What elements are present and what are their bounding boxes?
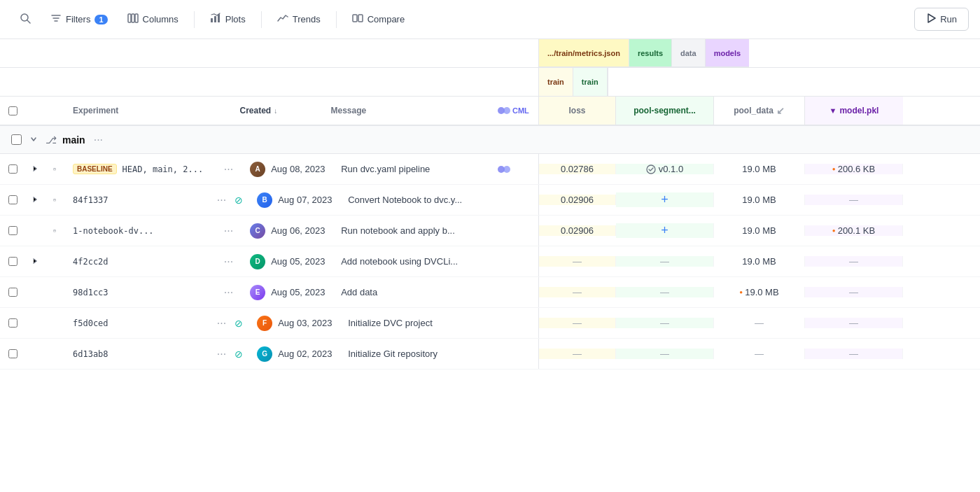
row-more-6d1[interactable]: ··· [214, 346, 229, 362]
left-header-top [0, 39, 539, 67]
row-left-98d: 98d1cc3 ··· E Aug 05, 2023 Add data [0, 277, 539, 307]
group-metrics-label: .../train/metrics.json [539, 39, 629, 67]
table-container: .../train/metrics.json results data mode… [0, 39, 980, 492]
row-experiment-f5d: f5d0ced [64, 318, 214, 328]
divider-2 [261, 11, 262, 28]
search-button[interactable] [11, 8, 39, 31]
row-loss-6d1: — [539, 349, 616, 359]
table-row: BASELINE HEAD, main, 2... ··· A Aug 08, … [0, 154, 980, 185]
right-subheader: train train [539, 68, 980, 96]
toolbar: Filters 1 Columns Plots [0, 0, 980, 39]
row-experiment-head: BASELINE HEAD, main, 2... [64, 164, 221, 174]
trends-button[interactable]: Trends [269, 8, 329, 31]
row-experiment-4f2: 4f2cc2d [64, 257, 221, 267]
col-header-created[interactable]: Created ↓ [232, 106, 323, 115]
row-model-6d1: — [805, 349, 903, 359]
svg-marker-10 [928, 14, 935, 22]
row-more-4f2[interactable]: ··· [221, 254, 236, 269]
row-message-4f2: Add notebook using DVCLi... [332, 256, 489, 267]
divider-1 [194, 11, 195, 28]
subgroup-data [608, 68, 608, 96]
subgroup-train-results: train [573, 68, 608, 96]
group-data-label: data [672, 39, 705, 67]
row-expand-4f2[interactable] [25, 255, 45, 268]
row-message-head: Run dvc.yaml pipeline [332, 164, 489, 174]
plots-button[interactable]: Plots [202, 8, 254, 31]
svg-rect-3 [132, 14, 134, 22]
row-created-84f: B Aug 07, 2023 [248, 192, 340, 208]
col-header-experiment: Experiment [64, 106, 232, 115]
row-more-84f[interactable]: ··· [214, 192, 229, 208]
row-checkbox-4f2[interactable] [0, 256, 25, 267]
filters-label: Filters [66, 14, 90, 24]
row-more-head[interactable]: ··· [221, 162, 236, 177]
row-pool-seg-1nb: + [616, 223, 714, 238]
row-more-1nb[interactable]: ··· [221, 223, 236, 239]
row-model-head: ●200.6 KB [805, 164, 903, 174]
row-expand-head[interactable] [25, 163, 45, 176]
compare-button[interactable]: Compare [344, 8, 413, 31]
compare-icon [352, 13, 363, 26]
strikethrough-icon-84f: ⊘ [234, 195, 243, 206]
run-button[interactable]: Run [914, 8, 969, 31]
row-left-head: BASELINE HEAD, main, 2... ··· A Aug 08, … [0, 154, 539, 184]
section-checkbox[interactable] [11, 134, 22, 145]
expand-btn-4f2[interactable] [29, 255, 41, 268]
row-created-6d1: G Aug 02, 2023 [248, 346, 340, 362]
row-pool-data-1nb: 19.0 MB [714, 225, 805, 236]
table-row: 98d1cc3 ··· E Aug 05, 2023 Add data — — … [0, 277, 980, 308]
row-right-4f2: — — 19.0 MB — [539, 246, 980, 276]
avatar-6d1: G [257, 346, 272, 362]
svg-rect-9 [358, 15, 363, 22]
row-loss-1nb: 0.02906 [539, 225, 616, 236]
search-icon [20, 13, 31, 26]
row-created-f5d: F Aug 03, 2023 [248, 316, 340, 331]
row-expand-84f[interactable] [25, 194, 45, 206]
columns-button[interactable]: Columns [119, 8, 187, 31]
avatar-84f: B [257, 192, 272, 208]
avatar-98d: E [250, 285, 265, 300]
row-checkbox-f5d[interactable] [0, 318, 25, 328]
group-models: models [706, 39, 750, 67]
divider-3 [336, 11, 337, 28]
svg-rect-8 [353, 15, 357, 22]
row-message-98d: Add data [332, 287, 489, 297]
row-loss-98d: — [539, 287, 616, 297]
svg-rect-4 [135, 14, 138, 22]
row-checkbox-head[interactable] [0, 164, 25, 174]
row-checkbox-1nb[interactable] [0, 225, 25, 236]
table-row: 6d13ab8 ··· ⊘ G Aug 02, 2023 Initialize … [0, 339, 980, 370]
row-cml-head [489, 165, 538, 174]
row-created-1nb: C Aug 06, 2023 [241, 223, 332, 239]
expand-btn-84f[interactable] [29, 194, 41, 206]
group-results-label: results [629, 39, 671, 67]
row-icon-84f [45, 195, 64, 205]
row-checkbox-84f[interactable] [0, 195, 25, 205]
row-pool-data-84f: 19.0 MB [714, 195, 805, 205]
expand-btn-head[interactable] [29, 163, 41, 176]
svg-rect-6 [214, 16, 216, 22]
row-checkbox-98d[interactable] [0, 287, 25, 297]
table-body: ⎇ main ··· BASELINE HEAD, [0, 126, 980, 492]
col-header-checkbox[interactable] [0, 106, 25, 116]
strikethrough-icon-6d1: ⊘ [234, 349, 243, 360]
select-all-checkbox[interactable] [8, 106, 18, 116]
row-checkbox-6d1[interactable] [0, 349, 25, 359]
row-pool-seg-f5d: — [616, 318, 714, 328]
row-left-1nb: 1-notebook-dv... ··· C Aug 06, 2023 Run … [0, 216, 539, 246]
row-more-f5d[interactable]: ··· [214, 316, 229, 331]
row-experiment-6d1: 6d13ab8 [64, 349, 214, 359]
row-message-1nb: Run notebook and apply b... [332, 225, 489, 236]
trends-label: Trends [293, 14, 321, 24]
right-header-top: .../train/metrics.json results data mode… [539, 39, 980, 67]
row-experiment-84f: 84f1337 [64, 195, 214, 205]
branch-name: main [62, 134, 85, 146]
row-loss-f5d: — [539, 318, 616, 328]
section-more-btn[interactable]: ··· [91, 132, 106, 148]
row-right-1nb: 0.02906 + 19.0 MB ●200.1 KB [539, 216, 980, 246]
row-right-84f: 0.02906 + 19.0 MB — [539, 185, 980, 215]
section-expand-btn[interactable] [27, 134, 40, 146]
trends-icon [277, 13, 288, 26]
filters-button[interactable]: Filters 1 [42, 8, 116, 31]
row-more-98d[interactable]: ··· [221, 285, 236, 300]
